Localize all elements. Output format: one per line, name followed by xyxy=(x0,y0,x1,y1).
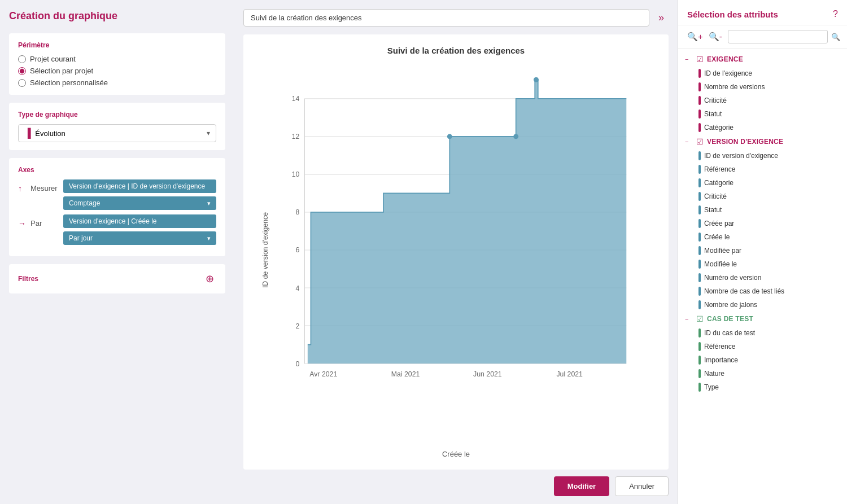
type-graphique-label: Type de graphique xyxy=(18,111,216,119)
mesurer-subfield-select[interactable]: Comptage ▾ xyxy=(63,196,216,210)
attr-item[interactable]: Nombre de cas de test liés xyxy=(678,284,847,298)
attr-item[interactable]: Importance xyxy=(678,353,847,367)
help-icon[interactable]: ? xyxy=(833,9,838,19)
attr-item[interactable]: Référence xyxy=(678,163,847,176)
filtres-label: Filtres xyxy=(18,275,38,283)
svg-text:Jul 2021: Jul 2021 xyxy=(556,370,583,378)
color-bar xyxy=(698,233,701,242)
attr-item[interactable]: Numéro de version xyxy=(678,271,847,284)
svg-text:Jun 2021: Jun 2021 xyxy=(473,370,502,378)
exigence-items: ID de l'exigence Nombre de versions Crit… xyxy=(678,67,847,134)
option-selection-perso[interactable]: Sélection personnalisée xyxy=(18,78,216,87)
chart-type-dropdown[interactable]: ▐ Évolution ▾ xyxy=(18,124,216,142)
attr-item[interactable]: Criticité xyxy=(678,94,847,107)
collapse-icon: − xyxy=(685,138,693,145)
color-bar xyxy=(698,383,701,392)
right-arrow-icon: → xyxy=(18,219,26,228)
zoom-out-button[interactable]: 🔍- xyxy=(706,30,724,43)
cas-items: ID du cas de test Référence Importance N… xyxy=(678,326,847,394)
attr-item[interactable]: Modifiée par xyxy=(678,244,847,257)
color-bar xyxy=(698,69,701,78)
attr-item[interactable]: Catégorie xyxy=(678,121,847,134)
cas-group-header[interactable]: − ☑ CAS DE TEST xyxy=(678,312,847,326)
expand-button[interactable]: » xyxy=(654,10,669,26)
chart-title-input[interactable] xyxy=(243,9,649,27)
annuler-button[interactable]: Annuler xyxy=(615,476,669,496)
chart-svg: ID de version d'exigence 0 2 4 6 8 xyxy=(260,64,652,436)
svg-text:2: 2 xyxy=(295,322,299,330)
par-field-pill[interactable]: Version d'exigence | Créée le xyxy=(63,214,216,228)
chevron-down-icon: ▾ xyxy=(207,200,211,207)
attr-item[interactable]: Créée par xyxy=(678,217,847,230)
par-fields: Version d'exigence | Créée le Par jour ▾ xyxy=(63,214,216,245)
perimetre-label: Périmètre xyxy=(18,41,216,49)
version-group-header[interactable]: − ☑ VERSION D'EXIGENCE xyxy=(678,134,847,149)
exigence-group-name: EXIGENCE xyxy=(707,55,743,63)
perimetre-section: Périmètre Projet courant Sélection par p… xyxy=(9,33,225,95)
chevron-down-icon: ▾ xyxy=(207,129,210,137)
color-bar xyxy=(698,342,701,351)
modifier-button[interactable]: Modifier xyxy=(554,476,610,496)
par-label: Par xyxy=(30,219,59,227)
par-row: → Par Version d'exigence | Créée le Par … xyxy=(18,214,216,245)
zoom-buttons: 🔍+ 🔍- xyxy=(685,30,724,43)
color-bar xyxy=(698,219,701,228)
exigence-icon: ☑ xyxy=(696,55,704,64)
color-bar xyxy=(698,273,701,282)
version-icon: ☑ xyxy=(696,137,704,146)
right-panel-title: Sélection des attributs xyxy=(687,10,778,19)
svg-text:6: 6 xyxy=(295,246,299,254)
svg-text:0: 0 xyxy=(295,360,299,368)
color-bar xyxy=(698,178,701,187)
svg-text:8: 8 xyxy=(295,208,299,216)
color-bar xyxy=(698,109,701,119)
exigence-group-header[interactable]: − ☑ EXIGENCE xyxy=(678,52,847,67)
attr-item[interactable]: Type xyxy=(678,380,847,394)
svg-text:4: 4 xyxy=(295,284,299,292)
attr-item[interactable]: Nombre de jalons xyxy=(678,298,847,312)
par-subfield-select[interactable]: Par jour ▾ xyxy=(63,231,216,245)
attr-item[interactable]: Créée le xyxy=(678,230,847,244)
color-bar xyxy=(698,246,701,255)
color-bar xyxy=(698,369,701,378)
chart-title: Suivi de la création des exigences xyxy=(387,46,525,55)
add-filter-button[interactable]: ⊕ xyxy=(203,272,216,286)
up-arrow-icon: ↑ xyxy=(18,184,26,193)
svg-text:Mai 2021: Mai 2021 xyxy=(391,370,420,378)
cas-group-name: CAS DE TEST xyxy=(707,315,753,323)
version-items: ID de version d'exigence Référence Catég… xyxy=(678,149,847,312)
attr-item[interactable]: ID de version d'exigence xyxy=(678,149,847,163)
option-projet-courant[interactable]: Projet courant xyxy=(18,55,216,63)
attr-item[interactable]: ID de l'exigence xyxy=(678,67,847,80)
bar-chart-icon: ▐ xyxy=(24,128,30,138)
color-bar xyxy=(698,82,701,91)
mesurer-field-pill[interactable]: Version d'exigence | ID de version d'exi… xyxy=(63,179,216,193)
attr-item[interactable]: ID du cas de test xyxy=(678,326,847,340)
svg-text:10: 10 xyxy=(292,170,300,178)
attr-item[interactable]: Statut xyxy=(678,107,847,121)
svg-point-25 xyxy=(447,134,452,139)
color-bar xyxy=(698,123,701,132)
attr-item[interactable]: Référence xyxy=(678,340,847,353)
left-panel: Création du graphique Périmètre Projet c… xyxy=(0,0,234,504)
attr-item[interactable]: Criticité xyxy=(678,190,847,203)
attr-item[interactable]: Catégorie xyxy=(678,176,847,190)
mesurer-label: Mesurer xyxy=(30,184,59,192)
attr-item[interactable]: Modifiée le xyxy=(678,257,847,271)
svg-text:ID de version d'exigence: ID de version d'exigence xyxy=(261,212,269,288)
option-selection-projet[interactable]: Sélection par projet xyxy=(18,67,216,75)
attr-item[interactable]: Nombre de versions xyxy=(678,80,847,94)
x-axis-label: Créée le xyxy=(442,450,470,458)
axes-section: Axes ↑ Mesurer Version d'exigence | ID d… xyxy=(9,158,225,256)
collapse-icon: − xyxy=(685,315,693,322)
attr-item[interactable]: Nature xyxy=(678,367,847,380)
center-panel: » Suivi de la création des exigences ID … xyxy=(234,0,678,504)
attr-item[interactable]: Statut xyxy=(678,203,847,217)
zoom-in-button[interactable]: 🔍+ xyxy=(685,30,705,43)
color-bar xyxy=(698,151,701,160)
search-icon: 🔍 xyxy=(831,33,840,41)
mesurer-row: ↑ Mesurer Version d'exigence | ID de ver… xyxy=(18,179,216,210)
collapse-icon: − xyxy=(685,56,693,63)
attribute-search-input[interactable] xyxy=(728,30,828,43)
color-bar xyxy=(698,300,701,309)
